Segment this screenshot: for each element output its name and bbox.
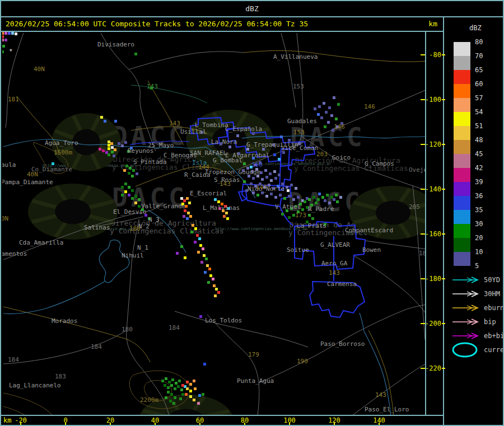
map-place-label: Aero_GA xyxy=(321,260,347,266)
map-place-label: El_Desvio xyxy=(113,209,147,215)
scale-swatch xyxy=(454,84,470,98)
map-place-label: 143 xyxy=(169,120,180,127)
scale-value-label: 10 xyxy=(475,249,483,255)
map-place-label: Bowen xyxy=(362,247,381,253)
scale-swatch xyxy=(454,140,470,154)
scale-value-label: 42 xyxy=(475,165,483,171)
y-tick-label: -120 xyxy=(424,141,441,148)
map-place-label: 180 xyxy=(122,326,133,333)
map-place-label: Agua_Toro xyxy=(45,140,78,146)
scale-swatch xyxy=(454,210,470,224)
y-tick-mark xyxy=(421,54,425,55)
y-tick-mark xyxy=(421,368,425,369)
scale-value-label: 70 xyxy=(475,53,483,59)
scale-value-label: 57 xyxy=(475,95,483,101)
map-place-label: Guadales xyxy=(287,118,317,124)
scale-value-label: 54 xyxy=(475,109,483,115)
current-storm-ellipse-icon xyxy=(453,343,477,357)
map-place-label: 40N xyxy=(34,66,45,72)
map-place-label: Soitue xyxy=(287,247,309,253)
y-tick-mark xyxy=(442,278,445,279)
y-tick-mark xyxy=(442,368,445,369)
map-place-label: 0N xyxy=(2,216,8,222)
scale-title: dBZ xyxy=(469,24,482,32)
radar-app-window: dBZ 2026/02/25 06:54:00 UTC Composite Tr… xyxy=(0,0,504,426)
scale-value-label: 60 xyxy=(475,81,483,87)
map-place-label: La_Prats xyxy=(297,223,326,229)
x-tick-mark xyxy=(65,423,66,426)
map-place-label: 180 xyxy=(129,226,141,232)
map-place-label: 146 xyxy=(364,104,375,110)
map-place-label: N_3 xyxy=(148,217,160,223)
map-label-layer: DivisaderoA_Villanueva*40N181143153146Gu… xyxy=(2,32,425,415)
map-place-label: Punta_Agua xyxy=(237,378,274,384)
map-place-label: Nihuil xyxy=(122,252,144,259)
map-place-label: R_Padre xyxy=(308,206,334,212)
scale-swatch xyxy=(454,126,470,140)
scale-value-label: 30 xyxy=(475,221,483,227)
map-place-label: Valle_Grande xyxy=(141,203,185,209)
map-place-label: 40N xyxy=(27,171,38,177)
x-tick-mark xyxy=(244,423,245,426)
map-place-label: SAN_RAFAEL xyxy=(190,150,227,156)
map-place-label: L_Tombina xyxy=(195,122,228,128)
map-place-label: 1500m xyxy=(54,149,72,156)
legend-label: eburn xyxy=(484,305,504,311)
y-tick-label: -140 xyxy=(424,186,441,193)
map-place-label: Oveje xyxy=(409,167,425,173)
y-tick-mark xyxy=(442,99,445,100)
scale-swatch xyxy=(454,70,470,84)
map-place-label: N_1 xyxy=(137,245,148,251)
map-place-label: La_Nora xyxy=(211,139,237,145)
map-place-label: V_Atuel xyxy=(275,204,301,210)
map-place-label: 153 xyxy=(293,129,305,135)
map-place-label: R_Caida xyxy=(184,172,210,178)
x-tick-mark xyxy=(334,423,335,426)
map-place-label: Goico xyxy=(332,155,351,161)
map-place-label: 179 xyxy=(248,352,259,358)
scale-value-label: 51 xyxy=(475,123,483,129)
map-place-label: Salinas xyxy=(84,224,110,231)
map-place-label: 143 xyxy=(375,392,386,398)
map-place-label: 184 xyxy=(169,325,180,331)
map-place-label: 205 xyxy=(409,204,420,210)
map-place-label: Divisadero xyxy=(97,41,134,48)
map-place-label: E_Escorial xyxy=(190,190,227,196)
map-place-label: 2200m xyxy=(140,397,158,403)
map-place-label: G_Campos xyxy=(365,161,394,167)
map-place-label: 173 xyxy=(295,212,306,218)
legend-label: current xyxy=(484,347,504,353)
scale-value-label: 35 xyxy=(475,207,483,213)
scale-value-label: 65 xyxy=(475,67,483,73)
scale-value-label: 45 xyxy=(475,151,483,157)
map-place-label: CompantEscard xyxy=(345,227,393,233)
map-place-label: 153 xyxy=(293,83,304,90)
map-place-label: 143 xyxy=(329,270,340,276)
map-place-label: Cda_Amarilla xyxy=(19,240,63,246)
y-tick-mark xyxy=(421,144,425,145)
map-place-label: S_Pintada xyxy=(133,159,167,165)
map-place-label: L_Malvinas xyxy=(203,205,240,211)
scale-swatch xyxy=(454,112,470,126)
y-tick-label: -200 xyxy=(424,320,441,327)
map-place-label: * xyxy=(9,48,13,54)
map-place-label: 147 xyxy=(256,184,267,190)
y-tick-mark xyxy=(421,189,425,190)
scale-swatch xyxy=(454,182,470,196)
map-place-label: 144 xyxy=(198,164,209,170)
legend-label: bip xyxy=(484,319,496,325)
map-place-label: C_Española xyxy=(225,126,262,132)
x-tick-mark xyxy=(199,423,200,426)
map-place-label: 190 xyxy=(297,358,308,364)
scale-swatch xyxy=(454,252,470,266)
map-place-label: 184 xyxy=(91,344,102,350)
x-tick-mark xyxy=(155,423,156,426)
map-place-label: G_ALVEAR xyxy=(320,242,350,248)
y-tick-mark xyxy=(442,323,445,324)
map-place-label: Carmensa xyxy=(327,281,357,287)
y-tick-mark xyxy=(421,99,425,100)
legend-label: 30HM xyxy=(484,291,500,297)
map-place-label: Usillal xyxy=(180,129,206,135)
map-place-label: Morados xyxy=(52,318,77,324)
map-place-label: 143 xyxy=(220,181,231,187)
